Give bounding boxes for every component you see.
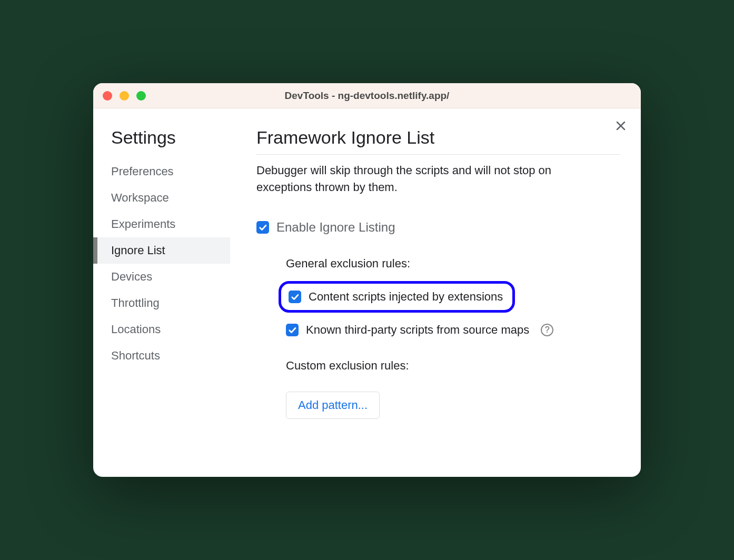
enable-ignore-listing-label: Enable Ignore Listing bbox=[276, 220, 395, 235]
sidebar-item-preferences[interactable]: Preferences bbox=[109, 158, 230, 185]
minimize-window-button[interactable] bbox=[120, 91, 129, 101]
window-titlebar: DevTools - ng-devtools.netlify.app/ bbox=[93, 83, 641, 108]
window-title: DevTools - ng-devtools.netlify.app/ bbox=[93, 90, 641, 102]
content-scripts-checkbox[interactable] bbox=[289, 291, 301, 303]
sidebar-title: Settings bbox=[111, 127, 230, 148]
sidebar-item-ignore-list[interactable]: Ignore List bbox=[93, 237, 230, 264]
third-party-scripts-label: Known third-party scripts from source ma… bbox=[306, 323, 529, 337]
content-scripts-rule-highlight: Content scripts injected by extensions bbox=[279, 281, 515, 313]
zoom-window-button[interactable] bbox=[136, 91, 146, 101]
custom-exclusion-rules-label: Custom exclusion rules: bbox=[286, 359, 620, 373]
sidebar-item-throttling[interactable]: Throttling bbox=[109, 290, 230, 316]
panel-description: Debugger will skip through the scripts a… bbox=[256, 162, 593, 196]
close-window-button[interactable] bbox=[103, 91, 112, 101]
third-party-scripts-row: Known third-party scripts from source ma… bbox=[286, 323, 620, 337]
general-exclusion-rules-label: General exclusion rules: bbox=[286, 257, 620, 271]
help-icon[interactable]: ? bbox=[541, 324, 553, 336]
panel-title: Framework Ignore List bbox=[256, 127, 620, 155]
close-icon[interactable] bbox=[614, 119, 627, 135]
sidebar-item-locations[interactable]: Locations bbox=[109, 316, 230, 343]
add-pattern-button[interactable]: Add pattern... bbox=[286, 392, 380, 419]
sidebar-item-experiments[interactable]: Experiments bbox=[109, 211, 230, 237]
enable-ignore-listing-checkbox[interactable] bbox=[256, 221, 269, 234]
content-scripts-label: Content scripts injected by extensions bbox=[309, 290, 503, 304]
sidebar-item-devices[interactable]: Devices bbox=[109, 264, 230, 290]
settings-sidebar: Settings Preferences Workspace Experimen… bbox=[93, 124, 230, 458]
enable-ignore-listing-row: Enable Ignore Listing bbox=[256, 220, 620, 235]
sidebar-item-workspace[interactable]: Workspace bbox=[109, 185, 230, 211]
traffic-lights bbox=[103, 91, 146, 101]
settings-window: DevTools - ng-devtools.netlify.app/ Sett… bbox=[93, 83, 641, 477]
settings-panel: Framework Ignore List Debugger will skip… bbox=[230, 124, 641, 458]
third-party-scripts-checkbox[interactable] bbox=[286, 324, 299, 336]
sidebar-item-shortcuts[interactable]: Shortcuts bbox=[109, 343, 230, 369]
